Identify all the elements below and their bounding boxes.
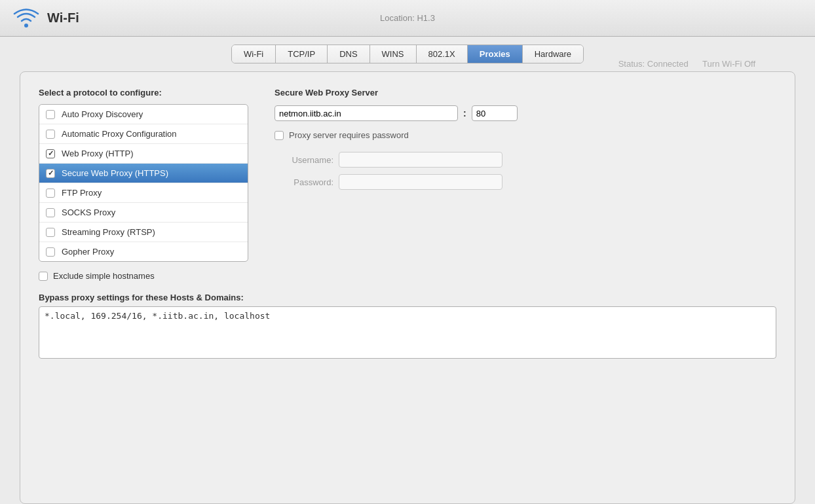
server-address-input[interactable] <box>275 105 458 121</box>
wifi-icon <box>13 5 39 31</box>
protocol-item-automatic-proxy-config[interactable]: Automatic Proxy Configuration <box>39 124 248 144</box>
protocol-item-web-proxy-http[interactable]: Web Proxy (HTTP) <box>39 144 248 164</box>
checkbox-socks-proxy[interactable] <box>46 208 55 217</box>
exclude-hostnames-row: Exclude simple hostnames <box>39 271 248 281</box>
tab-proxies[interactable]: Proxies <box>468 45 523 63</box>
password-label: Password: <box>275 177 333 187</box>
protocol-label-web-proxy-http: Web Proxy (HTTP) <box>62 149 134 158</box>
checkbox-automatic-proxy-config[interactable] <box>46 130 55 139</box>
protocol-item-secure-web-proxy-https[interactable]: Secure Web Proxy (HTTPS) <box>39 164 248 183</box>
protocol-label-secure-web-proxy-https: Secure Web Proxy (HTTPS) <box>62 168 168 178</box>
requires-password-row: Proxy server requires password <box>275 130 776 140</box>
password-input[interactable] <box>339 174 502 190</box>
checkbox-exclude-hostnames[interactable] <box>39 272 48 281</box>
checkbox-requires-password[interactable] <box>275 131 284 140</box>
protocol-item-gopher-proxy[interactable]: Gopher Proxy <box>39 242 248 261</box>
protocol-item-auto-proxy-discovery[interactable]: Auto Proxy Discovery <box>39 105 248 124</box>
protocol-item-socks-proxy[interactable]: SOCKS Proxy <box>39 203 248 223</box>
bypass-textarea[interactable]: *.local, 169.254/16, *.iitb.ac.in, local… <box>39 306 776 359</box>
main-content: Wi-Fi TCP/IP DNS WINS 802.1X Proxies Har… <box>0 37 815 504</box>
protocol-list: Auto Proxy Discovery Automatic Proxy Con… <box>39 104 248 262</box>
password-row: Password: <box>275 174 776 190</box>
bypass-label: Bypass proxy settings for these Hosts & … <box>39 293 776 302</box>
svg-point-0 <box>24 24 28 27</box>
colon-separator: : <box>463 108 466 118</box>
tab-container: Wi-Fi TCP/IP DNS WINS 802.1X Proxies Har… <box>231 45 584 63</box>
username-label: Username: <box>275 155 333 165</box>
server-row: : <box>275 105 776 121</box>
tab-wifi[interactable]: Wi-Fi <box>232 45 276 63</box>
location-label-text: Location: <box>380 13 415 23</box>
protocol-item-streaming-proxy-rtsp[interactable]: Streaming Proxy (RTSP) <box>39 223 248 242</box>
checkbox-auto-proxy-discovery[interactable] <box>46 110 55 119</box>
exclude-hostnames-label: Exclude simple hostnames <box>53 271 155 281</box>
protocol-label-ftp-proxy: FTP Proxy <box>62 188 102 198</box>
title-bar: Wi-Fi Location: H1.3 <box>0 0 815 37</box>
protocol-label-socks-proxy: SOCKS Proxy <box>62 207 115 217</box>
right-column: Secure Web Proxy Server : Proxy server r… <box>275 88 776 281</box>
tab-dns[interactable]: DNS <box>328 45 370 63</box>
protocol-label-gopher-proxy: Gopher Proxy <box>62 247 114 257</box>
tab-8021x[interactable]: 802.1X <box>417 45 468 63</box>
checkbox-gopher-proxy[interactable] <box>46 247 55 257</box>
protocol-label-automatic-proxy-config: Automatic Proxy Configuration <box>62 129 177 139</box>
tab-hardware[interactable]: Hardware <box>523 45 583 63</box>
location-value: H1.3 <box>417 13 434 23</box>
app-title: Wi-Fi <box>47 10 79 26</box>
panel-row: Select a protocol to configure: Auto Pro… <box>39 88 776 281</box>
port-input[interactable] <box>472 105 518 121</box>
protocol-label-streaming-proxy-rtsp: Streaming Proxy (RTSP) <box>62 227 155 237</box>
checkbox-ftp-proxy[interactable] <box>46 189 55 198</box>
checkbox-streaming-proxy-rtsp[interactable] <box>46 228 55 237</box>
checkbox-secure-web-proxy-https[interactable] <box>46 169 55 178</box>
proxy-server-title: Secure Web Proxy Server <box>275 88 776 98</box>
requires-password-label: Proxy server requires password <box>289 130 409 140</box>
settings-panel: Status: Connected Turn Wi-Fi Off Select … <box>20 71 795 504</box>
tab-bar: Wi-Fi TCP/IP DNS WINS 802.1X Proxies Har… <box>0 37 815 63</box>
bypass-section: Bypass proxy settings for these Hosts & … <box>39 293 776 361</box>
checkbox-web-proxy-http[interactable] <box>46 149 55 158</box>
section-title: Select a protocol to configure: <box>39 88 248 98</box>
username-input[interactable] <box>339 152 502 168</box>
location-display: Location: H1.3 <box>380 13 435 23</box>
tab-wins[interactable]: WINS <box>370 45 417 63</box>
tab-tcpip[interactable]: TCP/IP <box>276 45 328 63</box>
protocol-item-ftp-proxy[interactable]: FTP Proxy <box>39 183 248 203</box>
left-column: Select a protocol to configure: Auto Pro… <box>39 88 248 281</box>
protocol-label-auto-proxy-discovery: Auto Proxy Discovery <box>62 109 143 119</box>
username-row: Username: <box>275 152 776 168</box>
